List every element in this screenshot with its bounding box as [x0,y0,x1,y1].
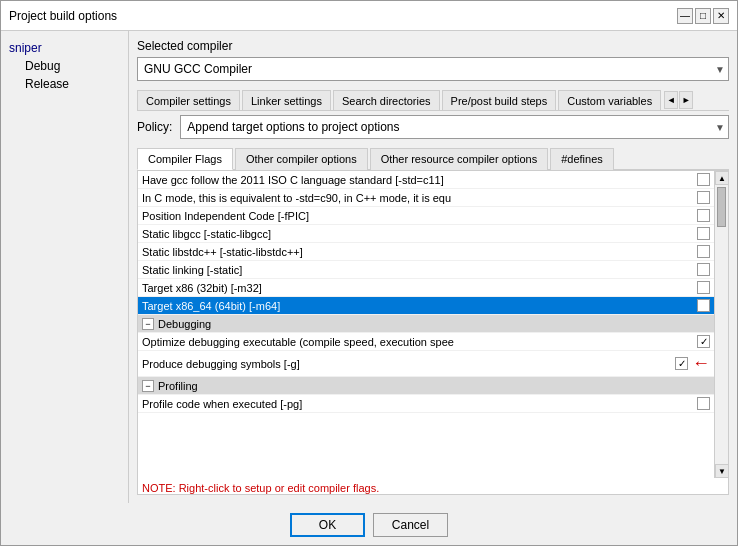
flag-row-f7[interactable]: Target x86 (32bit) [-m32] [138,279,714,297]
flags-scrollbar[interactable]: ▲ ▼ [714,171,728,478]
flag-row-f3[interactable]: Position Independent Code [-fPIC] [138,207,714,225]
flag-row-f5[interactable]: Static libstdc++ [-static-libstdc++] [138,243,714,261]
flag-checkbox-f8[interactable]: ✓ [697,299,710,312]
flag-text-f9: Optimize debugging executable (compile s… [142,336,693,348]
sidebar: sniper Debug Release [1,31,129,503]
top-tabs-bar: Compiler settings Linker settings Search… [137,89,729,111]
arrow-annotation: ← [692,353,710,374]
flag-text-f5: Static libstdc++ [-static-libstdc++] [142,246,693,258]
tab-pre-post-build-steps[interactable]: Pre/post build steps [442,90,557,111]
group-header-g2[interactable]: − Profiling [138,377,714,395]
flag-checkbox-f9[interactable]: ✓ [697,335,710,348]
title-bar: Project build options — □ ✕ [1,1,737,31]
project-build-options-window: Project build options — □ ✕ sniper Debug… [0,0,738,546]
flag-text-f8: Target x86_64 (64bit) [-m64] [142,300,693,312]
tab-nav-next[interactable]: ► [679,91,693,109]
flag-text-f7: Target x86 (32bit) [-m32] [142,282,693,294]
flag-row-f4[interactable]: Static libgcc [-static-libgcc] [138,225,714,243]
scroll-up-button[interactable]: ▲ [715,171,728,185]
group-toggle-g1[interactable]: − [142,318,154,330]
cancel-button[interactable]: Cancel [373,513,448,537]
minimize-button[interactable]: — [677,8,693,24]
inner-tab-compiler-flags[interactable]: Compiler Flags [137,148,233,170]
policy-dropdown[interactable]: Append target options to project options [180,115,729,139]
flag-text-f1: Have gcc follow the 2011 ISO C language … [142,174,693,186]
flag-row-f11[interactable]: Profile code when executed [-pg] [138,395,714,413]
flag-row-f6[interactable]: Static linking [-static] [138,261,714,279]
maximize-button[interactable]: □ [695,8,711,24]
group-label-g2: Profiling [158,380,710,392]
tab-linker-settings[interactable]: Linker settings [242,90,331,111]
compiler-row: GNU GCC Compiler ▼ [137,57,729,81]
flags-panel: Have gcc follow the 2011 ISO C language … [137,170,729,495]
inner-tabs-bar: Compiler Flags Other compiler options Ot… [137,147,729,170]
sidebar-item-sniper[interactable]: sniper [5,39,124,57]
sidebar-item-debug[interactable]: Debug [5,57,124,75]
flags-list: Have gcc follow the 2011 ISO C language … [138,171,714,478]
bottom-buttons: OK Cancel [1,503,737,545]
flag-row-f8[interactable]: Target x86_64 (64bit) [-m64] ✓ [138,297,714,315]
scroll-down-button[interactable]: ▼ [715,464,728,478]
main-panel: Selected compiler GNU GCC Compiler ▼ Com… [129,31,737,503]
tab-compiler-settings[interactable]: Compiler settings [137,90,240,111]
flag-checkbox-f6[interactable] [697,263,710,276]
flag-checkbox-f1[interactable] [697,173,710,186]
tab-custom-variables[interactable]: Custom variables [558,90,661,111]
flag-text-f11: Profile code when executed [-pg] [142,398,693,410]
close-button[interactable]: ✕ [713,8,729,24]
ok-button[interactable]: OK [290,513,365,537]
compiler-section-label: Selected compiler [137,39,729,53]
group-header-g1[interactable]: − Debugging [138,315,714,333]
sidebar-item-release[interactable]: Release [5,75,124,93]
flag-checkbox-f4[interactable] [697,227,710,240]
title-bar-buttons: — □ ✕ [677,8,729,24]
flag-row-f9[interactable]: Optimize debugging executable (compile s… [138,333,714,351]
flag-checkbox-f5[interactable] [697,245,710,258]
flag-row-f1[interactable]: Have gcc follow the 2011 ISO C language … [138,171,714,189]
flag-text-f6: Static linking [-static] [142,264,693,276]
tab-search-directories[interactable]: Search directories [333,90,440,111]
flag-checkbox-f7[interactable] [697,281,710,294]
scroll-thumb[interactable] [717,187,726,227]
compiler-dropdown-wrapper[interactable]: GNU GCC Compiler ▼ [137,57,729,81]
flag-row-f2[interactable]: In C mode, this is equivalent to -std=c9… [138,189,714,207]
flag-text-f3: Position Independent Code [-fPIC] [142,210,693,222]
flag-text-f10: Produce debugging symbols [-g] [142,358,671,370]
flag-checkbox-f10[interactable]: ✓ [675,357,688,370]
window-title: Project build options [9,9,117,23]
note-text: NOTE: Right-click to setup or edit compi… [138,478,728,494]
flag-checkbox-f3[interactable] [697,209,710,222]
content-area: sniper Debug Release Selected compiler G… [1,31,737,503]
policy-label: Policy: [137,120,172,134]
compiler-dropdown[interactable]: GNU GCC Compiler [137,57,729,81]
flag-checkbox-f2[interactable] [697,191,710,204]
group-label-g1: Debugging [158,318,710,330]
group-toggle-g2[interactable]: − [142,380,154,392]
policy-dropdown-wrapper[interactable]: Append target options to project options… [180,115,729,139]
policy-row: Policy: Append target options to project… [137,115,729,139]
inner-tab-other-compiler[interactable]: Other compiler options [235,148,368,170]
flag-row-f10[interactable]: Produce debugging symbols [-g] ✓ ← [138,351,714,377]
tab-nav-prev[interactable]: ◄ [664,91,678,109]
inner-tab-other-resource[interactable]: Other resource compiler options [370,148,549,170]
flag-text-f2: In C mode, this is equivalent to -std=c9… [142,192,693,204]
inner-tab-defines[interactable]: #defines [550,148,614,170]
flag-text-f4: Static libgcc [-static-libgcc] [142,228,693,240]
flag-checkbox-f11[interactable] [697,397,710,410]
